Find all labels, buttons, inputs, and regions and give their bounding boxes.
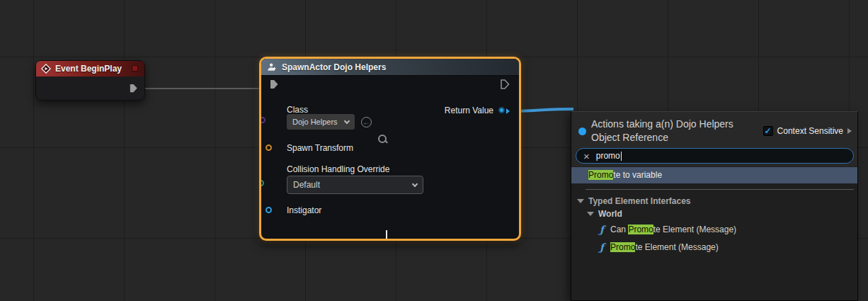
menu-item-can-promote-element[interactable]: ƒ Can Promote Element (Message): [600, 221, 736, 238]
search-input-value: promo: [596, 151, 620, 161]
return-value-pin[interactable]: [498, 107, 505, 113]
collapse-triangle-icon[interactable]: [587, 212, 594, 216]
context-menu-title-line1: Actions taking a(n) Dojo Helpers: [591, 118, 733, 131]
context-menu-title-line2: Object Reference: [591, 131, 733, 144]
blueprint-graph-canvas[interactable]: Event BeginPlay SpawnActor Dojo Helpers: [0, 0, 868, 301]
spawnactor-header[interactable]: SpawnActor Dojo Helpers: [261, 59, 519, 76]
context-menu-header: Actions taking a(n) Dojo Helpers Object …: [571, 112, 857, 166]
function-icon: ƒ: [600, 242, 604, 253]
clear-search-icon[interactable]: ×: [583, 151, 590, 161]
function-icon: ƒ: [600, 224, 604, 235]
chevron-down-icon: [344, 118, 350, 123]
instigator-label: Instigator: [287, 205, 321, 215]
event-beginplay-header[interactable]: Event BeginPlay: [36, 61, 144, 76]
menu-item-label: Promote Element (Message): [610, 242, 719, 252]
search-input[interactable]: × promo: [576, 148, 854, 164]
collision-override-label: Collision Handling Override: [287, 164, 389, 174]
event-icon: [41, 64, 51, 74]
expand-right-icon[interactable]: [847, 128, 852, 134]
node-title: Event BeginPlay: [55, 64, 122, 74]
label-suffix: te Element (Message): [653, 225, 736, 234]
exec-out-pin[interactable]: [128, 83, 139, 93]
context-sensitive-checkbox[interactable]: ✓: [763, 126, 773, 136]
exec-out-pin[interactable]: [499, 79, 510, 90]
label-suffix: te Element (Message): [635, 242, 718, 252]
category-typed-element-interfaces[interactable]: Typed Element Interfaces: [577, 194, 691, 208]
class-select-value: Dojo Helpers: [292, 118, 338, 126]
class-pin[interactable]: [259, 117, 265, 123]
node-state-chip: [132, 65, 138, 72]
label-prefix: Can: [610, 225, 628, 234]
collision-override-pin[interactable]: [259, 180, 264, 186]
class-select[interactable]: Dojo Helpers: [287, 114, 355, 130]
return-value-label: Return Value: [445, 106, 493, 115]
collision-override-select[interactable]: Default: [287, 176, 423, 194]
menu-item-promote-element[interactable]: ƒ Promote Element (Message): [600, 239, 719, 256]
spawn-transform-label: Spawn Transform: [287, 143, 353, 153]
context-sensitive-toggle[interactable]: ✓ Context Sensitive: [763, 126, 852, 136]
chevron-down-icon: [386, 230, 387, 241]
use-selected-asset-icon[interactable]: ←: [361, 117, 372, 127]
browse-asset-icon[interactable]: [377, 134, 388, 145]
collision-override-value: Default: [293, 180, 320, 190]
search-match-highlight: Promo: [588, 170, 613, 180]
category-label: Typed Element Interfaces: [588, 196, 691, 206]
context-sensitive-label: Context Sensitive: [777, 126, 843, 136]
context-menu-title: Actions taking a(n) Dojo Helpers Object …: [591, 118, 733, 144]
search-match-highlight: Promo: [610, 242, 635, 252]
menu-separator: [586, 189, 854, 190]
node-spawnactor-dojo-helpers[interactable]: SpawnActor Dojo Helpers Class Dojo Helpe…: [259, 57, 521, 241]
spawn-actor-icon: [267, 62, 277, 72]
menu-item-label: Can Promote Element (Message): [610, 225, 736, 234]
text-caret: [621, 152, 622, 161]
return-value-pin-arrow: [506, 108, 510, 114]
collapse-triangle-icon[interactable]: [577, 199, 584, 203]
actions-context-menu[interactable]: Actions taking a(n) Dojo Helpers Object …: [571, 111, 858, 301]
category-world[interactable]: World: [587, 207, 622, 221]
object-reference-dot-icon: [578, 127, 586, 135]
chevron-down-icon: [412, 181, 418, 186]
node-title: SpawnActor Dojo Helpers: [282, 62, 386, 72]
advanced-pins-expander[interactable]: [386, 230, 394, 236]
class-pin-label: Class: [287, 105, 308, 115]
exec-in-pin[interactable]: [268, 79, 280, 90]
subcategory-label: World: [598, 209, 622, 219]
spawn-transform-pin[interactable]: [265, 144, 272, 151]
search-match-highlight: Promo: [628, 225, 653, 234]
menu-item-promote-to-variable[interactable]: Promote to variable: [571, 167, 857, 183]
instigator-pin[interactable]: [265, 207, 272, 213]
node-event-beginplay[interactable]: Event BeginPlay: [35, 60, 145, 101]
menu-item-label: te to variable: [613, 170, 662, 180]
